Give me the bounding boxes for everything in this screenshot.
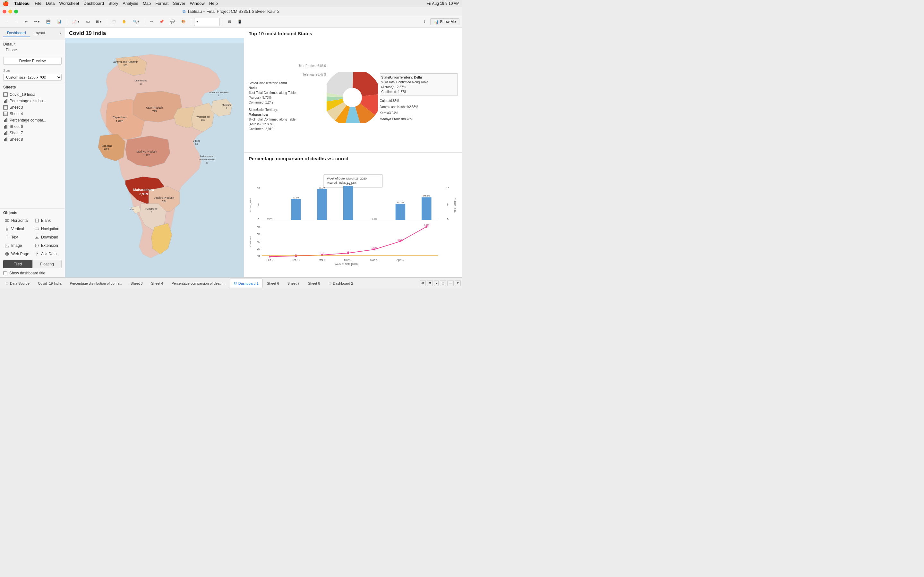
redo-button[interactable]: ↪ ▾ xyxy=(32,18,42,26)
svg-rect-25 xyxy=(35,228,39,230)
chart-type-button[interactable]: 📈 ▾ xyxy=(70,18,82,26)
minimize-button[interactable] xyxy=(8,10,12,13)
svg-text:Feb 2: Feb 2 xyxy=(267,259,273,261)
new-datasource-button[interactable]: 📊 xyxy=(55,18,64,26)
svg-text:360: 360 xyxy=(346,250,350,253)
clock: Fri Aug 19 9:10 AM xyxy=(427,1,459,6)
tab-percentage-dist[interactable]: Percentage distribution of confir... xyxy=(66,279,126,287)
panel-collapse-button[interactable]: ‹ xyxy=(60,31,61,36)
traffic-lights xyxy=(3,10,18,13)
tab-sheet7[interactable]: Sheet 7 xyxy=(283,279,304,287)
annotate-button[interactable]: 📌 xyxy=(157,18,166,26)
object-vertical[interactable]: Vertical xyxy=(3,226,32,232)
navigation-icon xyxy=(34,226,39,231)
tab-sheet4[interactable]: Sheet 4 xyxy=(147,279,168,287)
extension-icon xyxy=(34,243,39,248)
tab-dashboard[interactable]: Dashboard xyxy=(3,29,30,37)
mark-button[interactable]: ✏ xyxy=(148,18,155,26)
back-button[interactable]: ← xyxy=(3,18,11,26)
menu-window[interactable]: Window xyxy=(190,1,205,6)
tab-percentage-comp[interactable]: Percentage comparsion of death... xyxy=(168,279,230,287)
object-navigation[interactable]: Navigation xyxy=(33,226,61,232)
objects-title: Objects xyxy=(3,211,61,215)
tiled-button[interactable]: Tiled xyxy=(3,260,32,268)
tab-datasource[interactable]: ⊡ Data Source xyxy=(1,279,34,287)
tab-dashboard1[interactable]: ⊟ Dashboard 1 xyxy=(230,279,263,287)
floating-button[interactable]: Floating xyxy=(32,260,61,268)
svg-point-30 xyxy=(37,245,37,246)
menu-worksheet[interactable]: Worksheet xyxy=(59,1,79,6)
tab-sheet3[interactable]: Sheet 3 xyxy=(126,279,147,287)
object-blank[interactable]: Blank xyxy=(33,217,61,224)
menu-analysis[interactable]: Analysis xyxy=(123,1,138,6)
forward-button[interactable]: → xyxy=(13,18,21,26)
close-button[interactable] xyxy=(3,10,6,13)
svg-text:Week of Date [2020]: Week of Date [2020] xyxy=(334,263,359,266)
object-download[interactable]: Download xyxy=(33,234,61,241)
undo-button[interactable]: ↩ xyxy=(23,18,30,26)
object-horizontal[interactable]: Horizontal xyxy=(3,217,32,224)
maximize-button[interactable] xyxy=(14,10,18,13)
device-preview-toolbar[interactable]: 📱 xyxy=(235,18,244,26)
object-webpage[interactable]: Web Page xyxy=(3,250,32,258)
zoom-in-button[interactable]: 🔍+ xyxy=(131,18,142,26)
show-title-checkbox[interactable] xyxy=(3,271,7,276)
grid-view-button[interactable]: ⊞ xyxy=(440,280,446,286)
sheet-item[interactable]: Sheet 8 xyxy=(3,136,61,143)
sheet-item[interactable]: Percentage compar... xyxy=(3,117,61,123)
filter-dropdown[interactable]: ▾ xyxy=(194,18,220,26)
pie-chart-title: Top 10 most Infected States xyxy=(249,31,457,36)
sheet-item[interactable]: Sheet 7 xyxy=(3,130,61,136)
sheet-item[interactable]: Sheet 4 xyxy=(3,111,61,117)
show-me-button[interactable]: 📊 Show Me xyxy=(430,18,459,25)
menu-data[interactable]: Data xyxy=(46,1,55,6)
layout-button[interactable]: ⊞ ▾ xyxy=(94,18,104,26)
svg-text:Madhya Pradesh: Madhya Pradesh xyxy=(136,150,157,153)
menu-dashboard[interactable]: Dashboard xyxy=(84,1,104,6)
sheet-item[interactable]: Covid_19 India xyxy=(3,91,61,98)
tab-layout[interactable]: Layout xyxy=(30,29,49,37)
svg-text:Mizoram: Mizoram xyxy=(222,104,231,107)
device-preview-button[interactable]: Device Preview xyxy=(3,57,61,65)
tab-scroll-right[interactable]: › xyxy=(434,280,439,286)
select-button[interactable]: ⬚ xyxy=(110,18,118,26)
object-extension[interactable]: Extension xyxy=(33,242,61,249)
new-sheet-button[interactable]: ⊕ xyxy=(420,280,426,286)
sheet-name: Percentage compar... xyxy=(10,118,46,122)
share-button[interactable]: ⇪ xyxy=(421,18,428,26)
tab-covid19india[interactable]: Covid_19 India xyxy=(34,279,65,287)
object-askdata[interactable]: ? Ask Data xyxy=(33,250,61,258)
object-image[interactable]: Image xyxy=(3,242,32,249)
list-view-button[interactable]: ☰ xyxy=(447,280,454,286)
menu-server[interactable]: Server xyxy=(173,1,185,6)
default-item[interactable]: Default xyxy=(3,41,61,47)
menu-help[interactable]: Help xyxy=(209,1,218,6)
india-map-area[interactable]: Jammu and Kashmir 300 Uttarakhand 37 Aru… xyxy=(65,38,244,277)
menu-story[interactable]: Story xyxy=(108,1,118,6)
tab-sheet8[interactable]: Sheet 8 xyxy=(304,279,325,287)
sheets-section: Sheets Covid_19 India Percentage distrib… xyxy=(0,83,65,208)
show-labels-button[interactable]: 🏷 xyxy=(84,18,92,26)
menu-file[interactable]: File xyxy=(35,1,41,6)
menu-format[interactable]: Format xyxy=(155,1,168,6)
tooltip-button[interactable]: 💬 xyxy=(168,18,177,26)
save-button[interactable]: 💾 xyxy=(44,18,53,26)
duplicate-button[interactable]: ⧉ xyxy=(427,280,433,286)
apple-menu[interactable]: 🍎 xyxy=(3,0,9,6)
presentation-button[interactable]: ⊟ xyxy=(226,18,233,26)
phone-item[interactable]: Phone xyxy=(3,47,61,53)
svg-text:773: 773 xyxy=(152,110,157,113)
tab-sheet6[interactable]: Sheet 6 xyxy=(263,279,283,287)
sheet-item[interactable]: Sheet 6 xyxy=(3,123,61,130)
sheet-item[interactable]: Percentage distribu... xyxy=(3,98,61,104)
sheet-item[interactable]: Sheet 3 xyxy=(3,104,61,111)
size-select[interactable]: Custom size (1200 x 700) xyxy=(3,74,61,81)
format-button[interactable]: 🎨 xyxy=(179,18,188,26)
pan-button[interactable]: ✋ xyxy=(120,18,129,26)
svg-text:3,577: 3,577 xyxy=(397,239,403,242)
bar-chart-container: Week of Date: March 15, 2020 %cured_Indi… xyxy=(249,163,457,271)
menu-map[interactable]: Map xyxy=(143,1,151,6)
tab-dashboard2[interactable]: ⊟ Dashboard 2 xyxy=(325,279,357,287)
object-text[interactable]: T Text xyxy=(3,234,32,241)
sort-button[interactable]: ⊻ xyxy=(455,280,461,286)
